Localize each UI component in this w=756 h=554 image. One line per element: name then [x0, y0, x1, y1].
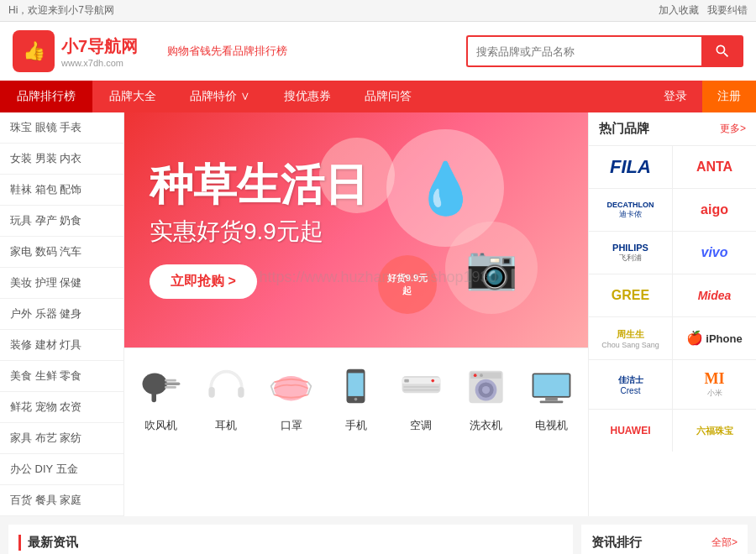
svg-rect-4 [165, 386, 176, 389]
brand-gree[interactable]: GREE [589, 274, 672, 316]
brand-fila[interactable]: FILA [589, 146, 672, 188]
slogan: 购物省钱先看品牌排行榜 [167, 44, 287, 59]
hot-brands-title: 热门品牌 [599, 121, 649, 137]
sidebar-item-5[interactable]: 美妆 护理 保健 [0, 268, 123, 299]
brand-anta[interactable]: ANTA [673, 146, 756, 188]
banner-product-3: 📷 [445, 222, 538, 314]
product-item-washer[interactable]: 洗衣机 [454, 361, 518, 433]
rank-title: 资讯排行 [591, 535, 642, 551]
product-label-headphones: 耳机 [215, 418, 237, 433]
bottom-section: 最新资讯 ● 儿童牙育哪个牌子好？2018儿童牙育品牌排行榜？ 02-09 ● … [0, 516, 756, 554]
login-button[interactable]: 登录 [648, 81, 702, 112]
headphones-icon [197, 361, 255, 411]
brand-huawei[interactable]: HUAWEI [589, 410, 672, 452]
brand-xiaomi[interactable]: MI 小米 [673, 360, 756, 409]
sidebar-item-2[interactable]: 鞋袜 箱包 配饰 [0, 175, 123, 206]
product-label-tv: 电视机 [535, 418, 568, 433]
brand-midea[interactable]: Midea [673, 274, 756, 316]
banner-title: 种草生活日 [150, 161, 368, 209]
product-item-phone[interactable]: 手机 [323, 361, 388, 433]
search-input[interactable] [466, 35, 701, 67]
svg-rect-13 [403, 386, 438, 388]
product-item-hairdryer[interactable]: 吹风机 [129, 361, 193, 433]
product-label-phone: 手机 [345, 418, 367, 433]
sidebar-item-12[interactable]: 百货 餐具 家庭 [0, 485, 123, 516]
brand-zhouliufu[interactable]: 周生生 Chou Sang Sang [589, 317, 672, 359]
hot-brands-more[interactable]: 更多> [720, 122, 746, 136]
brand-grid: FILA ANTA DECATHLON 迪卡侬 aigo PHILIPS 飞利浦 [589, 146, 756, 452]
product-item-headphones[interactable]: 耳机 [193, 361, 258, 433]
product-label-hairdryer: 吹风机 [144, 418, 177, 433]
logo-icon: 👍 [13, 30, 55, 72]
banner-text: 种草生活日 实惠好货9.9元起 立即抢购 > [150, 161, 368, 299]
sidebar-item-1[interactable]: 女装 男装 内衣 [0, 144, 123, 175]
ac-icon [391, 361, 450, 411]
svg-point-20 [482, 386, 490, 394]
svg-point-22 [474, 374, 477, 377]
tv-icon [522, 361, 580, 411]
news-section: 最新资讯 ● 儿童牙育哪个牌子好？2018儿童牙育品牌排行榜？ 02-09 ● … [8, 525, 573, 554]
nav-item-coupons[interactable]: 搜优惠券 [267, 81, 348, 112]
svg-rect-27 [539, 400, 563, 403]
register-button[interactable]: 注册 [702, 81, 756, 112]
hairdryer-icon [132, 361, 191, 411]
brand-liufu[interactable]: 六福珠宝 [673, 410, 756, 452]
product-item-ac[interactable]: 空调 [389, 361, 454, 433]
svg-rect-15 [404, 379, 409, 383]
product-item-tv[interactable]: 电视机 [519, 361, 584, 433]
phone-icon [327, 361, 386, 411]
sidebar-item-6[interactable]: 户外 乐器 健身 [0, 299, 123, 330]
search-button[interactable] [701, 35, 743, 67]
logo[interactable]: 👍 小7导航网 www.x7dh.com [13, 30, 138, 72]
sidebar-item-8[interactable]: 美食 生鲜 零食 [0, 361, 123, 392]
brand-iphone[interactable]: 🍎 iPhone [673, 317, 756, 359]
svg-point-10 [354, 398, 358, 401]
brand-philips-text: PHILIPS [612, 243, 648, 253]
banner-price-badge: 好货9.9元起 [378, 255, 437, 314]
sidebar-item-0[interactable]: 珠宝 眼镜 手表 [0, 112, 123, 144]
sidebar-item-4[interactable]: 家电 数码 汽车 [0, 237, 123, 268]
add-favorite-link[interactable]: 加入收藏 [659, 3, 699, 18]
nav-item-brands[interactable]: 品牌大全 [92, 81, 173, 112]
brand-aigo[interactable]: aigo [673, 189, 756, 231]
brand-decathlon[interactable]: DECATHLON 迪卡侬 [589, 189, 672, 231]
greeting-text: Hi，欢迎来到小7导航网 [8, 3, 114, 18]
brand-vivo[interactable]: vivo [673, 232, 756, 274]
rank-all-link[interactable]: 全部> [711, 536, 738, 550]
washer-icon [457, 361, 516, 411]
svg-point-16 [431, 379, 434, 383]
svg-rect-3 [165, 379, 176, 382]
header: 👍 小7导航网 www.x7dh.com 购物省钱先看品牌排行榜 [0, 22, 756, 81]
brand-liufu-text: 六福珠宝 [696, 425, 733, 437]
news-title: 最新资讯 [18, 535, 563, 551]
svg-rect-25 [533, 374, 569, 396]
svg-rect-1 [152, 391, 157, 402]
brand-crest[interactable]: 佳洁士 Crest [589, 360, 672, 409]
svg-point-0 [143, 373, 167, 395]
main-content: 珠宝 眼镜 手表 女装 男装 内衣 鞋袜 箱包 配饰 玩具 孕产 奶食 家电 数… [0, 112, 756, 516]
sidebar-item-10[interactable]: 家具 布艺 家纺 [0, 423, 123, 454]
sidebar-item-11[interactable]: 办公 DIY 五金 [0, 454, 123, 485]
feedback-link[interactable]: 我要纠错 [707, 3, 748, 18]
rank-section: 资讯排行 全部> 1 液晶手写板最好的品牌有哪些？液... 2 直发夹板哪个牌子… [581, 525, 748, 554]
nav-item-qa[interactable]: 品牌问答 [348, 81, 428, 112]
sidebar-item-9[interactable]: 鲜花 宠物 农资 [0, 392, 123, 423]
brand-decathlon-text: DECATHLON [607, 201, 654, 209]
banner-subtitle: 实惠好货9.9元起 [150, 216, 368, 248]
brand-xiaomi-text: MI [705, 370, 725, 388]
mask-icon [262, 361, 321, 411]
nav-item-ranking[interactable]: 品牌排行榜 [0, 81, 92, 112]
rank-header: 资讯排行 全部> [591, 535, 738, 551]
logo-text: 小7导航网 www.x7dh.com [61, 35, 138, 68]
product-row: 吹风机 耳机 [124, 348, 588, 446]
sidebar-item-7[interactable]: 装修 建材 灯具 [0, 330, 123, 361]
search-area [466, 35, 743, 67]
brand-crest-text: 佳洁士 [618, 374, 643, 386]
nav-item-special[interactable]: 品牌特价 ∨ [173, 81, 267, 112]
brand-philips[interactable]: PHILIPS 飞利浦 [589, 232, 672, 274]
product-item-mask[interactable]: 口罩 [259, 361, 323, 433]
product-label-mask: 口罩 [281, 418, 302, 433]
banner-button[interactable]: 立即抢购 > [150, 264, 257, 299]
sidebar-item-3[interactable]: 玩具 孕产 奶食 [0, 206, 123, 237]
top-bar: Hi，欢迎来到小7导航网 加入收藏 我要纠错 [0, 0, 756, 22]
